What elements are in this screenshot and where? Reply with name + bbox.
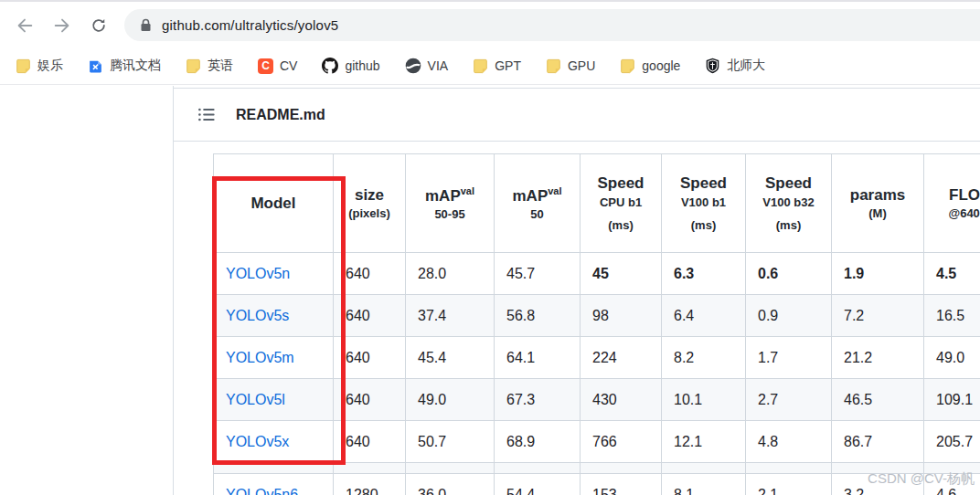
browser-window: github.com/ultralytics/yolov5 娱乐 腾讯文档 英语… <box>0 0 980 495</box>
refresh-icon <box>90 16 108 35</box>
cell-map50: 56.8 <box>495 295 581 337</box>
cell-map50-95: 37.4 <box>406 295 495 337</box>
forward-arrow-icon <box>52 16 72 36</box>
benchmark-table-wrap: Model size(pixels) mAPval50-95 mAPval50 … <box>213 153 980 495</box>
cell-model: YOLOv5l <box>214 379 334 421</box>
cell-speed-v100-b32: 0.9 <box>746 295 832 337</box>
cell-map50-95: 36.0 <box>406 474 495 495</box>
back-arrow-icon <box>15 16 35 36</box>
folder-icon <box>473 58 488 74</box>
cell-params: 7.2 <box>832 295 924 337</box>
folder-icon <box>620 58 635 74</box>
back-button[interactable] <box>8 9 41 42</box>
folder-icon <box>16 58 31 74</box>
cell-speed-cpu: 98 <box>581 295 662 337</box>
model-link[interactable]: YOLOv5x <box>226 434 289 449</box>
bookmark-bnu[interactable]: 北师大 <box>705 58 765 74</box>
cell-params: 86.7 <box>832 421 924 463</box>
col-header-map50: mAPval50 <box>495 154 581 253</box>
table-spacer-row <box>214 463 980 474</box>
browser-toolbar: github.com/ultralytics/yolov5 <box>0 2 980 47</box>
bookmark-gpu[interactable]: GPU <box>546 58 595 74</box>
col-header-speed-v100-b32: SpeedV100 b32(ms) <box>746 154 832 253</box>
cell-params: 46.5 <box>832 379 924 421</box>
table-row-yolov5m: YOLOv5m 640 45.4 64.1 224 8.2 1.7 21.2 4… <box>214 337 980 379</box>
folder-icon <box>186 58 201 74</box>
cell-size: 640 <box>334 337 406 379</box>
cell-speed-cpu: 45 <box>581 253 662 295</box>
cell-flops: 109.1 <box>924 379 980 421</box>
bookmark-label: google <box>642 58 680 73</box>
bookmark-via[interactable]: VIA <box>405 58 449 74</box>
address-bar[interactable]: github.com/ultralytics/yolov5 <box>124 9 980 41</box>
cell-model: YOLOv5n <box>214 253 334 295</box>
cell-speed-cpu: 430 <box>581 379 662 421</box>
cell-size: 1280 <box>334 474 406 495</box>
cell-speed-cpu: 224 <box>581 337 662 379</box>
cell-speed-v100-b1: 8.2 <box>662 337 746 379</box>
bookmark-label: 英语 <box>208 58 233 74</box>
cell-size: 640 <box>334 379 406 421</box>
col-header-speed-cpu: SpeedCPU b1(ms) <box>581 154 662 253</box>
table-row-yolov5n6: YOLOv5n6 1280 36.0 54.4 153 8.1 2.1 3.2 … <box>214 474 980 495</box>
cell-speed-v100-b32: 4.8 <box>746 421 832 463</box>
cell-map50: 68.9 <box>495 421 581 463</box>
model-link[interactable]: YOLOv5l <box>226 392 285 407</box>
bookmark-yingyu[interactable]: 英语 <box>186 58 233 74</box>
github-icon <box>322 58 338 74</box>
table-header-row: Model size(pixels) mAPval50-95 mAPval50 … <box>214 154 980 253</box>
yolov5-benchmark-table: Model size(pixels) mAPval50-95 mAPval50 … <box>213 153 980 495</box>
cell-map50: 67.3 <box>495 379 581 421</box>
cell-speed-v100-b1: 6.3 <box>662 253 746 295</box>
model-link[interactable]: YOLOv5s <box>226 308 289 323</box>
cell-map50: 64.1 <box>495 337 581 379</box>
cell-speed-v100-b32: 0.6 <box>746 253 832 295</box>
model-link[interactable]: YOLOv5n6 <box>226 487 298 495</box>
cell-flops: 4.5 <box>924 253 980 295</box>
cell-speed-v100-b32: 1.7 <box>746 337 832 379</box>
via-globe-icon <box>405 58 421 74</box>
model-link[interactable]: YOLOv5n <box>226 266 290 281</box>
col-header-model: Model <box>214 154 334 253</box>
bookmark-tencent-docs[interactable]: 腾讯文档 <box>88 58 161 74</box>
bookmark-label: 腾讯文档 <box>110 58 161 74</box>
cell-model: YOLOv5n6 <box>214 474 334 495</box>
col-header-size: size(pixels) <box>334 154 406 253</box>
table-row-yolov5n: YOLOv5n 640 28.0 45.7 45 6.3 0.6 1.9 4.5 <box>214 253 980 295</box>
cell-flops: 49.0 <box>924 337 980 379</box>
table-row-yolov5s: YOLOv5s 640 37.4 56.8 98 6.4 0.9 7.2 16.… <box>214 295 980 337</box>
bookmark-yule[interactable]: 娱乐 <box>16 58 63 74</box>
table-row-yolov5x: YOLOv5x 640 50.7 68.9 766 12.1 4.8 86.7 … <box>214 421 980 463</box>
list-unordered-icon <box>197 106 215 123</box>
url-text: github.com/ultralytics/yolov5 <box>162 17 338 33</box>
cell-map50-95: 50.7 <box>406 421 495 463</box>
bookmark-gpt[interactable]: GPT <box>473 58 521 74</box>
cell-map50-95: 28.0 <box>406 253 495 295</box>
bookmarks-bar: 娱乐 腾讯文档 英语 C CV github VIA GPT GPU <box>0 47 980 85</box>
cell-flops: 205.7 <box>924 421 980 463</box>
cell-size: 640 <box>334 253 406 295</box>
bookmark-label: CV <box>280 58 297 73</box>
table-row-yolov5l: YOLOv5l 640 49.0 67.3 430 10.1 2.7 46.5 … <box>214 379 980 421</box>
refresh-button[interactable] <box>82 9 115 42</box>
forward-button[interactable] <box>46 9 79 42</box>
col-header-map50-95: mAPval50-95 <box>406 154 495 253</box>
csdn-icon: C <box>258 58 273 74</box>
cell-speed-v100-b32: 2.1 <box>746 474 832 495</box>
csdn-watermark: CSDN @CV-杨帆 <box>868 470 975 488</box>
cell-map50-95: 49.0 <box>406 379 495 421</box>
bookmark-google[interactable]: google <box>620 58 680 74</box>
cell-speed-v100-b1: 6.4 <box>662 295 746 337</box>
cell-params: 21.2 <box>832 337 924 379</box>
cell-speed-cpu: 766 <box>581 421 662 463</box>
bookmark-cv[interactable]: C CV <box>258 58 297 74</box>
bookmark-github[interactable]: github <box>322 58 379 74</box>
col-header-flops: FLOPs@640 (B) <box>924 154 980 253</box>
cell-size: 640 <box>334 421 406 463</box>
cell-params: 1.9 <box>832 253 924 295</box>
model-link[interactable]: YOLOv5m <box>226 350 294 365</box>
shield-icon <box>705 58 720 74</box>
readme-header: README.md <box>174 89 980 142</box>
readme-file-title: README.md <box>236 107 325 123</box>
table-of-contents-button[interactable] <box>193 102 218 128</box>
